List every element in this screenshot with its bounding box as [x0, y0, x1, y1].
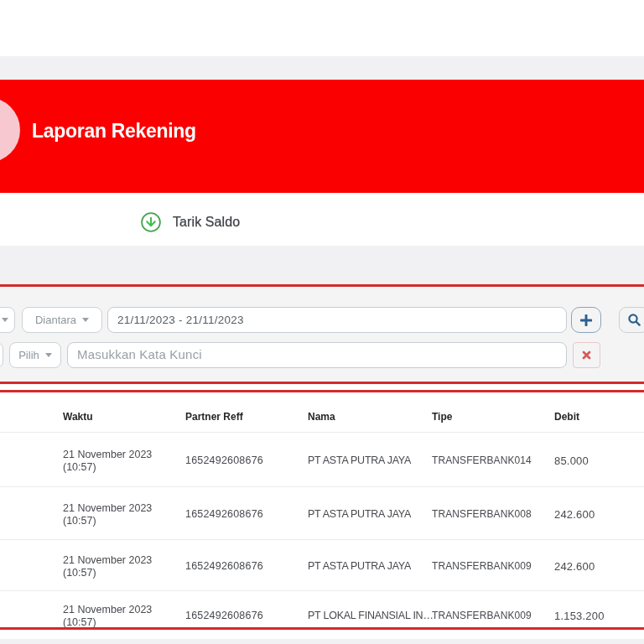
search-button[interactable]: [619, 307, 644, 333]
cell-waktu: 21 November 2023 (10:57): [63, 433, 174, 486]
cell-waktu: 21 November 2023 (10:57): [63, 591, 174, 630]
transactions-table: Waktu Partner Reff Nama Tipe Debit 21 No…: [0, 390, 644, 630]
bottom-whitespace: [0, 630, 644, 639]
offscreen-dropdown-2[interactable]: [0, 342, 3, 368]
offscreen-dropdown-1[interactable]: [0, 307, 15, 333]
cell-tipe: TRANSFERBANK009: [432, 540, 543, 590]
cell-partner-reff: 1652492608676: [185, 591, 296, 630]
cell-tipe: TRANSFERBANK008: [432, 487, 543, 539]
cell-nama: PT LOKAL FINANSIAL IN…: [308, 591, 425, 630]
table-row: 21 November 2023 (10:57)1652492608676PT …: [0, 486, 644, 539]
chevron-down-icon: [82, 318, 89, 322]
plus-icon: [580, 314, 592, 326]
page: Laporan Rekening Tarik Saldo Diantara: [0, 0, 644, 644]
period-dropdown-label: Diantara: [35, 314, 76, 326]
search-icon: [627, 313, 641, 327]
chevron-down-icon: [45, 353, 52, 357]
cell-debit: 242.600: [554, 487, 644, 539]
action-band: Tarik Saldo: [0, 193, 644, 246]
cell-nama: PT ASTA PUTRA JAYA: [308, 487, 425, 539]
col-header-waktu: Waktu: [63, 392, 174, 432]
cell-nama: PT ASTA PUTRA JAYA: [308, 540, 425, 590]
keyword-input[interactable]: [67, 342, 567, 368]
avatar: [0, 97, 20, 163]
cell-debit: 1.153.200: [554, 591, 644, 630]
cell-debit: 85.000: [554, 433, 644, 486]
filter-card: Diantara Pilih: [0, 284, 644, 384]
top-whitespace: [0, 0, 644, 56]
col-header-tipe: Tipe: [432, 392, 543, 432]
col-header-debit: Debit: [554, 392, 644, 432]
table-row: 21 November 2023 (10:57)1652492608676PT …: [0, 590, 644, 630]
col-header-partner-reff: Partner Reff: [185, 392, 296, 432]
cell-partner-reff: 1652492608676: [185, 433, 296, 486]
field-dropdown-label: Pilih: [18, 349, 39, 361]
cell-waktu: 21 November 2023 (10:57): [63, 540, 174, 590]
table-row: 21 November 2023 (10:57)1652492608676PT …: [0, 539, 644, 590]
tarik-saldo-label: Tarik Saldo: [173, 215, 240, 230]
period-dropdown[interactable]: Diantara: [22, 307, 102, 333]
tarik-saldo-button[interactable]: Tarik Saldo: [141, 212, 240, 232]
table-row: 21 November 2023 (10:57)1652492608676PT …: [0, 432, 644, 486]
clear-filter-button[interactable]: [573, 342, 600, 368]
cell-waktu: 21 November 2023 (10:57): [63, 487, 174, 539]
cell-partner-reff: 1652492608676: [185, 487, 296, 539]
cell-tipe: TRANSFERBANK009: [432, 591, 543, 630]
download-circle-icon: [141, 212, 161, 232]
card-gap: [0, 384, 644, 390]
page-header-banner: Laporan Rekening: [0, 80, 644, 193]
field-dropdown[interactable]: Pilih: [9, 342, 61, 368]
page-title: Laporan Rekening: [32, 122, 196, 141]
cell-nama: PT ASTA PUTRA JAYA: [308, 433, 425, 486]
date-range-input[interactable]: [107, 307, 567, 333]
add-filter-button[interactable]: [571, 307, 601, 333]
cell-debit: 242.600: [554, 540, 644, 590]
col-header-nama: Nama: [308, 392, 425, 432]
cell-partner-reff: 1652492608676: [185, 540, 296, 590]
chevron-down-icon: [2, 318, 8, 322]
table-header-row: Waktu Partner Reff Nama Tipe Debit: [0, 392, 644, 432]
x-icon: [582, 351, 591, 360]
cell-tipe: TRANSFERBANK014: [432, 433, 543, 486]
